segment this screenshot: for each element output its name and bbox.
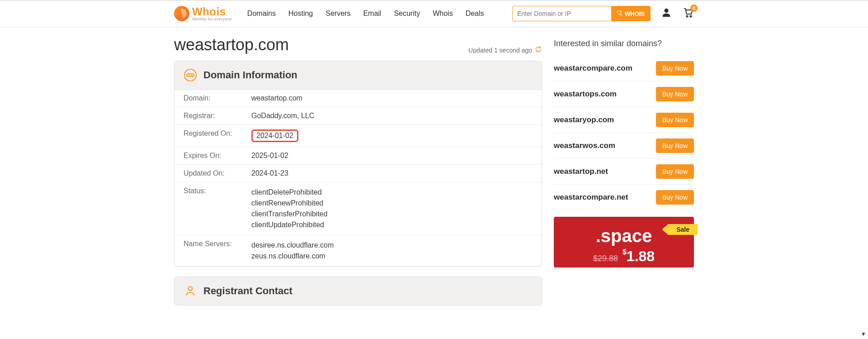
info-row-registered: Registered On: 2024-01-02 bbox=[175, 125, 542, 147]
svg-text:WWW: WWW bbox=[187, 74, 194, 76]
nav-servers[interactable]: Servers bbox=[326, 10, 350, 18]
info-row-status: Status: clientDeleteProhibited clientRen… bbox=[175, 182, 542, 235]
similar-title: Interested in similar domains? bbox=[554, 39, 694, 48]
sale-tag: Sale bbox=[668, 224, 698, 235]
nav-email[interactable]: Email bbox=[363, 10, 381, 18]
logo-text: Whois bbox=[192, 6, 232, 17]
info-value: weastartop.com bbox=[251, 94, 533, 102]
status-line: clientRenewProhibited bbox=[251, 198, 533, 209]
svg-point-5 bbox=[189, 286, 193, 291]
info-row-expires: Expires On: 2025-01-02 bbox=[175, 147, 542, 165]
similar-domain: weastarcompare.com bbox=[554, 64, 632, 73]
similar-domain: weastartops.com bbox=[554, 90, 617, 99]
highlighted-registered-date: 2024-01-02 bbox=[251, 129, 298, 142]
similar-row: weastaryop.com Buy Now bbox=[554, 107, 694, 133]
ns-line: zeus.ns.cloudflare.com bbox=[251, 251, 533, 262]
person-icon bbox=[184, 284, 197, 298]
svg-point-1 bbox=[690, 15, 691, 17]
ns-line: desiree.ns.cloudflare.com bbox=[251, 240, 533, 251]
info-label: Updated On: bbox=[184, 169, 251, 177]
whois-search: WHOIS bbox=[512, 6, 651, 21]
promo-old-price: $29.88 bbox=[593, 254, 618, 263]
search-button-label: WHOIS bbox=[625, 10, 645, 17]
similar-domain: weastarwos.com bbox=[554, 141, 615, 150]
buy-now-button[interactable]: Buy Now bbox=[656, 190, 694, 205]
info-label: Expires On: bbox=[184, 152, 251, 160]
svg-point-0 bbox=[686, 15, 688, 17]
nav-domains[interactable]: Domains bbox=[247, 10, 276, 18]
registrant-title: Registrant Contact bbox=[203, 285, 292, 297]
buy-now-button[interactable]: Buy Now bbox=[656, 113, 694, 127]
registrant-panel: Registrant Contact bbox=[174, 277, 542, 306]
search-input[interactable] bbox=[513, 6, 611, 21]
primary-nav: Domains Hosting Servers Email Security W… bbox=[247, 10, 484, 18]
logo-tagline: Identity for everyone bbox=[192, 17, 232, 21]
nav-hosting[interactable]: Hosting bbox=[288, 10, 313, 18]
info-value: clientDeleteProhibited clientRenewProhib… bbox=[251, 187, 533, 230]
info-value: 2024-01-23 bbox=[251, 169, 533, 177]
buy-now-button[interactable]: Buy Now bbox=[656, 138, 694, 153]
status-line: clientDeleteProhibited bbox=[251, 187, 533, 198]
promo-new-price: $1.88 bbox=[623, 248, 655, 265]
info-label: Registrar: bbox=[184, 112, 251, 120]
status-line: clientUpdateProhibited bbox=[251, 220, 533, 230]
similar-row: weastartops.com Buy Now bbox=[554, 81, 694, 107]
info-row-nameservers: Name Servers: desiree.ns.cloudflare.com … bbox=[175, 235, 542, 266]
similar-row: weastarcompare.net Buy Now bbox=[554, 185, 694, 210]
updated-text: Updated 1 second ago bbox=[468, 47, 532, 54]
similar-domain: weastaryop.com bbox=[554, 115, 614, 124]
buy-now-button[interactable]: Buy Now bbox=[656, 164, 694, 179]
similar-domain: weastartop.net bbox=[554, 167, 608, 176]
refresh-icon[interactable] bbox=[535, 46, 542, 54]
info-label: Name Servers: bbox=[184, 240, 251, 262]
www-icon: WWW bbox=[184, 68, 197, 82]
info-value: 2024-01-02 bbox=[251, 129, 533, 142]
cart-icon[interactable]: 0 bbox=[682, 7, 694, 20]
cart-count-badge: 0 bbox=[690, 5, 698, 12]
info-value: 2025-01-02 bbox=[251, 152, 533, 160]
nav-deals[interactable]: Deals bbox=[466, 10, 484, 18]
domain-info-title: Domain Information bbox=[203, 69, 297, 81]
similar-domain: weastarcompare.net bbox=[554, 193, 628, 202]
nav-security[interactable]: Security bbox=[394, 10, 420, 18]
updated-status: Updated 1 second ago bbox=[468, 46, 542, 54]
info-label: Registered On: bbox=[184, 129, 251, 142]
info-label: Domain: bbox=[184, 94, 251, 102]
logo[interactable]: Whois Identity for everyone bbox=[174, 6, 232, 21]
status-line: clientTransferProhibited bbox=[251, 209, 533, 220]
logo-mark-icon bbox=[174, 6, 189, 21]
similar-row: weastarcompare.com Buy Now bbox=[554, 56, 694, 81]
buy-now-button[interactable]: Buy Now bbox=[656, 87, 694, 101]
info-value: GoDaddy.com, LLC bbox=[251, 112, 533, 120]
top-nav: Whois Identity for everyone Domains Host… bbox=[0, 0, 868, 27]
similar-row: weastarwos.com Buy Now bbox=[554, 133, 694, 159]
search-icon bbox=[617, 10, 623, 18]
domain-info-panel: WWW Domain Information Domain: weastarto… bbox=[174, 61, 542, 267]
nav-whois[interactable]: Whois bbox=[433, 10, 453, 18]
similar-row: weastartop.net Buy Now bbox=[554, 159, 694, 185]
promo-banner[interactable]: Sale .space $29.88 $1.88 bbox=[554, 217, 694, 267]
info-row-updated: Updated On: 2024-01-23 bbox=[175, 165, 542, 182]
info-label: Status: bbox=[184, 187, 251, 230]
page-title: weastartop.com bbox=[174, 35, 289, 54]
search-button[interactable]: WHOIS bbox=[611, 6, 650, 21]
info-row-domain: Domain: weastartop.com bbox=[175, 90, 542, 107]
info-row-registrar: Registrar: GoDaddy.com, LLC bbox=[175, 107, 542, 125]
info-value: desiree.ns.cloudflare.com zeus.ns.cloudf… bbox=[251, 240, 533, 262]
account-icon[interactable] bbox=[661, 8, 671, 19]
buy-now-button[interactable]: Buy Now bbox=[656, 61, 694, 76]
